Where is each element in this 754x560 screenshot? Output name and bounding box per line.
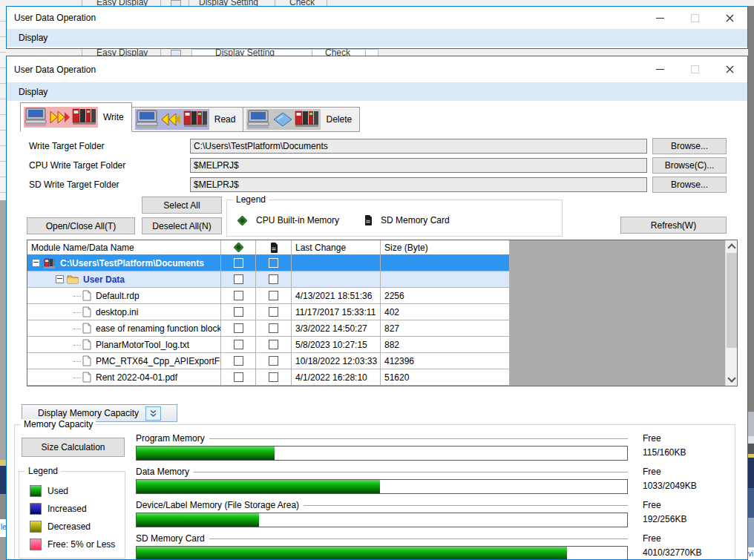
table-row[interactable]: PlanarMotorTool_log.txt5/8/2023 10:27:15…: [27, 337, 725, 353]
cpu-checkbox[interactable]: [234, 307, 243, 317]
deselect-all-button[interactable]: Deselect All(N): [142, 217, 222, 234]
tree-expand-toggle[interactable]: [56, 275, 64, 283]
table-header-row: Module Name/Data Name Last Change Size (…: [27, 240, 725, 255]
browse-button[interactable]: Browse(C)...: [652, 157, 727, 174]
size-cell: 412396: [381, 353, 510, 369]
memory-bar-label: Device/Label Memory (File Storage Area): [136, 500, 299, 510]
scrollbar-down-button[interactable]: [726, 374, 738, 386]
cpu-checkbox[interactable]: [234, 340, 243, 349]
legend-item-label: SD Memory Card: [381, 215, 450, 225]
toolbar-item-easy-display: Easy Display: [96, 49, 148, 56]
dialog-menubar: Display: [7, 82, 747, 101]
table-row[interactable]: PMC_RTX64_Cpp_APIExportFun...10/18/2022 …: [27, 353, 725, 369]
size-calculation-button[interactable]: Size Calculation: [22, 438, 125, 457]
folder-path-field[interactable]: $MELPRJ$: [190, 177, 647, 192]
file-icon: [82, 323, 91, 334]
sd-checkbox[interactable]: [269, 323, 278, 333]
sd-checkbox[interactable]: [269, 274, 278, 284]
close-button[interactable]: [716, 61, 743, 79]
sd-checkbox-cell: [256, 353, 292, 369]
size-cell: 51620: [381, 369, 510, 386]
menu-display[interactable]: Display: [17, 33, 49, 43]
sd-checkbox[interactable]: [269, 372, 278, 382]
cpu-memory-icon: [234, 243, 243, 252]
double-chevron-down-icon: [149, 409, 157, 418]
file-table: Module Name/Data Name Last Change Size (…: [27, 240, 738, 386]
menu-display[interactable]: Display: [17, 87, 49, 97]
back-dialog-titlebar[interactable]: User Data Operation: [7, 7, 747, 29]
folder-path-field[interactable]: $MELPRJ$: [190, 158, 647, 173]
column-cpu-memory[interactable]: [221, 240, 256, 255]
legend-item-label: CPU Built-in Memory: [256, 215, 339, 225]
size-cell: 2256: [381, 288, 510, 304]
table-scrollbar[interactable]: [725, 240, 737, 386]
back-dialog[interactable]: User Data Operation Display: [6, 6, 748, 49]
memory-bar-label: SD Memory Card: [136, 533, 205, 544]
cpu-checkbox[interactable]: [234, 372, 243, 382]
last-change-cell: 3/3/2022 14:50:27: [292, 320, 381, 337]
sd-checkbox-cell: [256, 304, 292, 320]
sd-checkbox-cell: [256, 288, 292, 304]
table-row[interactable]: Rent 2022-04-01.pdf4/1/2022 16:28:105162…: [27, 369, 725, 386]
maximize-button[interactable]: [681, 61, 708, 79]
folder-path-field[interactable]: C:\Users\TestPlatform\Documents: [190, 139, 647, 154]
table-row[interactable]: Default.rdp4/13/2021 18:51:362256: [27, 288, 725, 304]
user-data-operation-dialog[interactable]: User Data Operation Display WriteReadDel…: [6, 56, 748, 560]
table-row[interactable]: C:\Users\TestPlatform\Documents: [27, 255, 725, 271]
dialog-titlebar[interactable]: User Data Operation: [7, 56, 747, 82]
sd-checkbox[interactable]: [269, 340, 278, 349]
sd-checkbox[interactable]: [269, 258, 278, 268]
module-name-cell: PlanarMotorTool_log.txt: [27, 337, 221, 353]
maximize-button[interactable]: [681, 9, 708, 27]
module-name-label: User Data: [83, 274, 125, 285]
scrollbar-up-button[interactable]: [726, 240, 738, 252]
cpu-checkbox[interactable]: [234, 323, 243, 333]
last-change-cell: 4/1/2022 16:28:10: [292, 369, 381, 386]
legend-label: Free: 5% or Less: [47, 539, 115, 550]
background-block: [0, 494, 6, 519]
column-module-name[interactable]: Module Name/Data Name: [27, 240, 221, 255]
open-close-all-button[interactable]: Open/Close All(T): [27, 217, 135, 234]
tree-connector: [73, 312, 81, 313]
column-size[interactable]: Size (Byte): [381, 240, 510, 255]
form-row-2: SD Write Target Folder$MELPRJ$Browse...: [7, 177, 748, 194]
refresh-button[interactable]: Refresh(W): [620, 217, 727, 234]
column-sd-card[interactable]: [256, 240, 292, 255]
plc-icon: [43, 258, 56, 269]
cpu-checkbox[interactable]: [234, 291, 243, 300]
background-block: [748, 488, 754, 518]
browse-button[interactable]: Browse...: [652, 138, 727, 154]
tab-strip: WriteReadDelete: [20, 102, 360, 132]
tab-read[interactable]: Read: [132, 107, 244, 132]
cpu-checkbox[interactable]: [234, 356, 243, 366]
table-row[interactable]: User Data: [27, 271, 725, 288]
folder-icon: [67, 274, 79, 284]
module-name-cell: User Data: [27, 271, 221, 288]
sd-checkbox[interactable]: [269, 307, 278, 317]
table-row[interactable]: ease of renaming function blocks...3/3/2…: [27, 320, 725, 337]
background-right-strip: vi: [748, 6, 754, 560]
tree-expand-toggle[interactable]: [32, 259, 40, 267]
scrollbar-thumb[interactable]: [727, 253, 737, 348]
close-button[interactable]: [716, 9, 743, 27]
column-last-change[interactable]: Last Change: [292, 240, 381, 255]
free-label: Free: [643, 467, 661, 477]
sd-checkbox[interactable]: [269, 356, 278, 366]
browse-button[interactable]: Browse...: [652, 177, 727, 193]
cpu-checkbox[interactable]: [234, 274, 243, 284]
minimize-button[interactable]: [646, 9, 673, 27]
toolbar-item-check: Check: [289, 0, 315, 6]
table-row[interactable]: desktop.ini11/17/2017 15:33:11402: [27, 304, 725, 320]
tab-write[interactable]: Write: [20, 102, 132, 132]
minimize-button[interactable]: [646, 61, 673, 79]
cpu-checkbox-cell: [221, 288, 256, 304]
sd-checkbox[interactable]: [269, 291, 278, 300]
memory-legend-title: Legend: [25, 466, 61, 476]
select-all-button[interactable]: Select All: [142, 197, 222, 214]
cpu-checkbox[interactable]: [234, 258, 243, 268]
collapse-toggle[interactable]: [145, 406, 161, 421]
size-cell: [381, 271, 510, 288]
tab-delete[interactable]: Delete: [243, 107, 360, 132]
read-tab-icon: [135, 109, 209, 130]
background-text-fragment: vi: [748, 550, 753, 558]
